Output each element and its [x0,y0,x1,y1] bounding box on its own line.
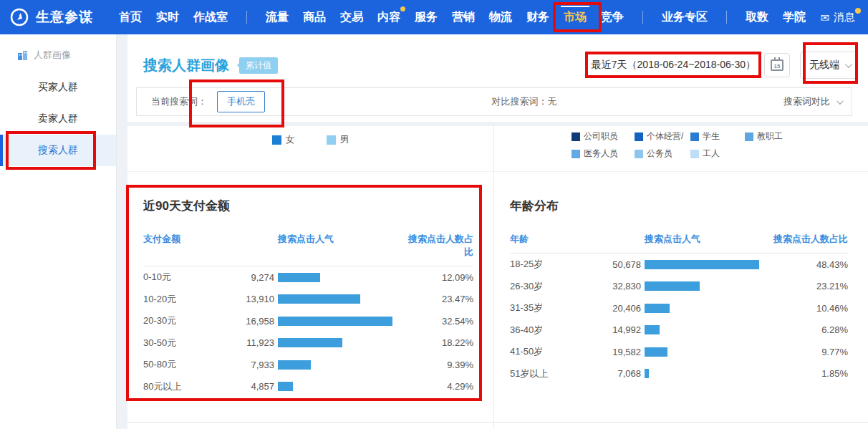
legend-label: 公司职员 [584,130,618,143]
share-percent: 9.77% [772,347,848,357]
table-row: 50-80元7,9339.39% [143,354,473,376]
bar [645,325,660,334]
bar [278,273,320,282]
nav-item-logistics[interactable]: 物流 [489,0,512,34]
row-label: 18-25岁 [510,258,590,271]
legend-item: 公司职员 [572,130,635,143]
current-term-button[interactable]: 手机壳 [217,91,265,112]
nav-item-marketing[interactable]: 营销 [452,0,475,34]
nav-item-label: 营销 [452,10,475,25]
share-percent: 23.21% [772,281,848,291]
bar-cell [278,317,405,326]
legend-label: 学生 [703,130,720,143]
table-row: 36-40岁14,9926.28% [510,319,848,342]
nav-item-service[interactable]: 服务 [415,0,438,34]
bar [645,281,700,291]
calendar-icon: 15 [771,59,783,71]
nav-messages[interactable]: ✉ 消息 [820,11,855,24]
nav-item-market[interactable]: 市场 [564,0,587,34]
bar [278,317,392,326]
nav-item-label: 取数 [746,10,768,25]
legend-swatch-icon [690,132,699,141]
main-content: 搜索人群画像 累计值 最近7天（2018-06-24~2018-06-30） 1… [117,34,868,429]
legend-swatch-icon [327,135,336,145]
legend-swatch-icon [690,150,699,158]
nav-item-home[interactable]: 首页 [119,0,142,34]
nav-item-traffic[interactable]: 流量 [266,0,289,34]
sidebar-section-crowd-portrait[interactable]: 人群画像 [0,34,116,72]
nav-item-trade[interactable]: 交易 [340,0,363,34]
sidebar-item-buyer-crowd[interactable]: 买家人群 [0,72,116,103]
legend-label: 公务员 [647,148,672,160]
legend-label: 教职工 [757,130,783,143]
sidebar-item-search-crowd[interactable]: 搜索人群 [0,135,116,166]
bar [645,304,670,313]
popularity-value: 16,958 [223,316,278,327]
share-percent: 10.46% [772,303,848,314]
date-range-text: 最近7天（2018-06-24~2018-06-30） [592,59,756,70]
legend-item: 教职工 [745,130,783,143]
popularity-value: 4,857 [223,381,278,392]
popularity-value: 50,678 [590,259,645,270]
nav-item-academy[interactable]: 学院 [783,0,806,34]
sidebar-menu: 买家人群卖家人群搜索人群 [0,72,116,166]
bar-cell [278,360,405,370]
table-row: 30-50元11,92318.22% [143,332,473,355]
nav-item-label: 交易 [340,10,363,25]
calendar-button[interactable]: 15 [764,53,790,77]
table-header-row: 年龄搜索点击人气搜索点击人数占比 [510,233,848,254]
nav-item-label: 流量 [266,10,289,25]
row-label: 50-80元 [143,358,223,371]
compare-term-text: 对比搜索词：无 [265,95,783,108]
legend-label: 医务人员 [584,148,618,160]
legend-item: 女 [272,133,295,146]
age-panel-cell: 年龄分布年龄搜索点击人气搜索点击人数占比18-25岁50,67848.43%26… [494,172,868,423]
nav-item-business-zone[interactable]: 业务专区 [662,0,708,34]
compare-terms-dropdown[interactable]: 搜索词对比 [783,95,842,108]
payment-panel-cell: 近90天支付金额支付金额搜索点击人气搜索点击人数占比0-10元9,27412.0… [127,172,494,423]
sidebar-item-seller-crowd[interactable]: 卖家人群 [0,103,116,135]
bar [278,294,360,304]
brand-name: 生意参谋 [36,8,93,26]
bar [278,338,342,347]
nav-item-finance[interactable]: 财务 [526,0,549,34]
date-range[interactable]: 最近7天（2018-06-24~2018-06-30） [592,59,756,72]
legend-label: 女 [286,133,295,146]
sidebar-section-label: 人群画像 [34,49,71,62]
share-percent: 48.43% [772,259,848,270]
row-label: 0-10元 [143,271,223,284]
notification-dot [855,8,861,14]
envelope-icon: ✉ [820,12,829,23]
row-label: 51岁以上 [510,367,590,380]
row-label: 10-20元 [143,293,223,306]
bar [645,369,649,378]
sidebar: 人群画像 买家人群卖家人群搜索人群 [0,34,117,429]
bar [278,360,311,370]
table-row: 41-50岁19,5829.77% [510,341,848,363]
header-row: 搜索人群画像 累计值 最近7天（2018-06-24~2018-06-30） 1… [127,34,868,79]
cumulative-badge: 累计值 [239,57,278,74]
nav-item-data-fetch[interactable]: 取数 [746,0,768,34]
nav-item-content[interactable]: 内容 [377,0,400,34]
bar [645,260,759,269]
column-header: 年龄 [510,233,645,246]
nav-item-war-room[interactable]: 作战室 [193,0,228,34]
nav-item-goods[interactable]: 商品 [303,0,326,34]
share-percent: 23.47% [405,294,473,304]
panel-title: 近90天支付金额 [143,198,473,214]
column-header: 搜索点击人数占比 [405,233,473,259]
messages-label: 消息 [834,11,855,24]
nav-item-competition[interactable]: 竞争 [601,0,624,34]
bar-cell [278,294,405,304]
gender-legend: 女男 [127,126,493,146]
bar-cell [645,304,772,313]
row-label: 31-35岁 [510,302,590,314]
brand-area[interactable]: 生意参谋 [10,8,93,26]
legend-swatch-icon [745,132,753,141]
nav-item-realtime[interactable]: 实时 [156,0,179,34]
terminal-select[interactable]: 无线端 [800,52,858,79]
bar-cell [278,382,405,391]
calendar-day-text: 15 [774,63,781,69]
nav-item-label: 学院 [783,10,806,25]
nav-divider [642,11,643,24]
